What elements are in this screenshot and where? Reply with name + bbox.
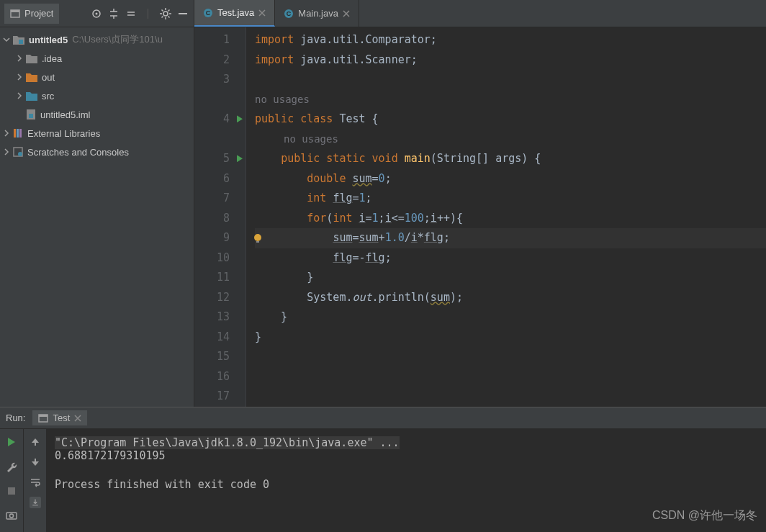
line-number[interactable]: 6 — [194, 169, 245, 189]
svg-point-3 — [96, 12, 98, 14]
run-toolbar-secondary — [23, 429, 46, 532]
usage-hint[interactable]: no usages — [255, 130, 766, 150]
down-arrow-icon[interactable] — [30, 456, 41, 468]
line-number[interactable]: 1 — [194, 30, 245, 50]
wrench-icon[interactable] — [6, 461, 17, 472]
line-number[interactable]: 17 — [194, 387, 245, 407]
close-icon[interactable] — [74, 415, 81, 422]
chevron-right-icon — [16, 73, 23, 81]
tree-label: src — [42, 91, 54, 102]
svg-rect-22 — [39, 415, 48, 417]
tree-folder-idea[interactable]: .idea — [0, 49, 194, 68]
editor-body[interactable]: 1 2 3 4 5 6 7 8 9 10 11 12 13 14 15 16 1… — [194, 27, 766, 407]
minimize-icon[interactable] — [176, 7, 189, 20]
tree-file-iml[interactable]: untitled5.iml — [0, 105, 194, 124]
line-number[interactable]: 10 — [194, 248, 245, 269]
tab-main-java[interactable]: C Main.java — [275, 0, 359, 27]
folder-icon — [26, 72, 37, 82]
tree-scratches[interactable]: Scratches and Consoles — [0, 143, 194, 161]
tree-label: untitled5.iml — [40, 109, 90, 120]
iml-file-icon — [26, 109, 36, 120]
tree-label: out — [42, 72, 55, 83]
tree-folder-src[interactable]: src — [0, 86, 194, 105]
scroll-to-end-icon[interactable] — [30, 497, 41, 508]
line-number[interactable]: 11 — [194, 268, 245, 288]
line-number[interactable]: 7 — [194, 189, 245, 209]
line-number[interactable]: 5 — [194, 149, 245, 169]
line-number[interactable]: 14 — [194, 328, 245, 348]
project-tree[interactable]: untitled5 C:\Users\贞同学101\u .idea out sr… — [0, 27, 194, 164]
rerun-icon[interactable] — [6, 436, 17, 448]
chevron-right-icon — [3, 130, 10, 137]
line-number[interactable]: 13 — [194, 307, 245, 328]
chevron-right-icon — [3, 148, 10, 155]
code-content[interactable]: import java.util.Comparator; import java… — [246, 27, 766, 407]
intention-bulb-icon[interactable] — [252, 233, 263, 244]
svg-rect-12 — [19, 129, 22, 137]
scratches-icon — [13, 147, 23, 157]
tree-label: Scratches and Consoles — [27, 147, 129, 158]
java-class-icon: C — [284, 9, 294, 19]
tree-label: .idea — [42, 53, 62, 64]
java-class-icon: C — [203, 8, 213, 18]
line-number[interactable]: 15 — [194, 347, 245, 367]
chevron-right-icon — [16, 92, 23, 99]
project-tool-tab[interactable]: Project — [4, 4, 59, 24]
tab-label: Main.java — [298, 8, 338, 19]
tree-root-path: C:\Users\贞同学101\u — [72, 33, 163, 46]
project-tool-title: Project — [24, 8, 53, 19]
tree-root-label: untitled5 — [29, 35, 68, 45]
folder-icon — [26, 53, 37, 63]
run-panel-label: Run: — [6, 412, 25, 423]
run-tab-label: Test — [53, 412, 70, 423]
gear-icon[interactable] — [159, 7, 172, 20]
up-arrow-icon[interactable] — [30, 436, 41, 448]
line-number[interactable]: 8 — [194, 209, 245, 229]
console-command: "C:\Program Files\Java\jdk1.8.0_192\bin\… — [55, 436, 400, 449]
svg-rect-6 — [179, 13, 187, 14]
run-tab[interactable]: Test — [32, 410, 87, 425]
soft-wrap-icon[interactable] — [30, 477, 41, 488]
line-number[interactable]: 4 — [194, 109, 245, 130]
select-target-icon[interactable] — [90, 7, 103, 20]
line-number[interactable]: 2 — [194, 50, 245, 71]
svg-rect-26 — [35, 442, 36, 446]
gutter[interactable]: 1 2 3 4 5 6 7 8 9 10 11 12 13 14 15 16 1… — [194, 27, 246, 407]
svg-rect-7 — [19, 40, 23, 44]
line-number[interactable]: 3 — [194, 70, 245, 90]
camera-icon[interactable] — [6, 510, 17, 521]
run-panel: Run: Test "C:\Program Files\Java\jdk1.8.… — [0, 407, 766, 532]
svg-rect-11 — [17, 129, 19, 137]
svg-rect-4 — [148, 9, 148, 19]
line-number[interactable]: 9 — [194, 228, 245, 248]
console-output[interactable]: "C:\Program Files\Java\jdk1.8.0_192\bin\… — [46, 429, 766, 532]
usage-hint[interactable]: no usages — [255, 90, 766, 110]
svg-rect-10 — [14, 129, 16, 137]
svg-rect-23 — [8, 487, 15, 495]
svg-point-14 — [18, 152, 22, 156]
stop-icon[interactable] — [6, 485, 17, 497]
svg-point-5 — [163, 12, 168, 16]
svg-rect-20 — [256, 241, 259, 243]
run-toolbar-primary — [0, 429, 23, 532]
tab-test-java[interactable]: C Test.java — [194, 0, 275, 27]
src-folder-icon — [26, 91, 37, 101]
divider-icon — [142, 7, 155, 20]
collapse-all-icon[interactable] — [125, 7, 138, 20]
editor-area: C Test.java C Main.java 1 2 3 4 5 6 7 — [194, 0, 766, 407]
line-number[interactable]: 12 — [194, 288, 245, 308]
close-icon[interactable] — [343, 10, 350, 17]
run-gutter-icon[interactable] — [236, 109, 243, 130]
run-gutter-icon[interactable] — [236, 149, 243, 169]
expand-all-icon[interactable] — [107, 7, 120, 20]
svg-rect-27 — [35, 459, 36, 462]
project-sidebar: Project untitled5 C:\Users\贞同学101\u .ide… — [0, 0, 194, 407]
line-number[interactable]: 16 — [194, 367, 245, 387]
console-line: 0.688172179310195 — [55, 449, 757, 462]
tree-folder-out[interactable]: out — [0, 68, 194, 86]
tree-external-libraries[interactable]: External Libraries — [0, 124, 194, 143]
svg-point-19 — [254, 234, 261, 241]
close-icon[interactable] — [258, 9, 266, 17]
chevron-right-icon — [16, 55, 23, 62]
tree-root[interactable]: untitled5 C:\Users\贞同学101\u — [0, 30, 194, 49]
